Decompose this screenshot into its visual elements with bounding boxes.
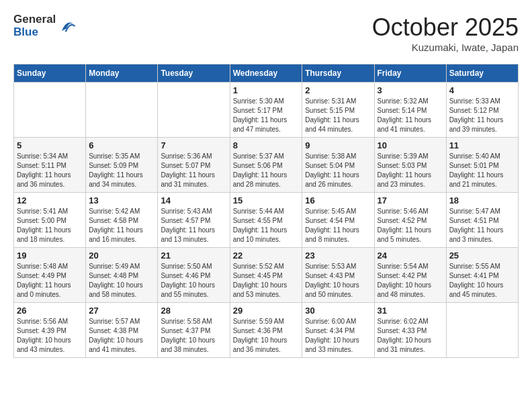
day-number: 19 [17, 250, 83, 261]
day-number: 3 [378, 85, 443, 95]
day-number: 14 [161, 195, 226, 205]
calendar-cell [158, 83, 230, 138]
day-number: 26 [17, 306, 83, 316]
calendar-cell: 11Sunrise: 5:40 AM Sunset: 5:01 PM Dayli… [446, 138, 518, 193]
day-info: Sunrise: 6:00 AM Sunset: 4:34 PM Dayligh… [305, 317, 371, 355]
day-number: 17 [378, 195, 443, 205]
day-info: Sunrise: 5:42 AM Sunset: 4:58 PM Dayligh… [89, 207, 154, 244]
day-number: 10 [378, 140, 443, 150]
day-number: 20 [89, 250, 154, 261]
day-info: Sunrise: 5:30 AM Sunset: 5:17 PM Dayligh… [233, 97, 300, 134]
day-number: 9 [305, 140, 371, 150]
calendar-cell: 17Sunrise: 5:46 AM Sunset: 4:52 PM Dayli… [374, 193, 446, 248]
title-block: October 2025 Kuzumaki, Iwate, Japan [372, 13, 519, 53]
day-number: 11 [449, 140, 515, 150]
day-info: Sunrise: 5:52 AM Sunset: 4:45 PM Dayligh… [233, 262, 300, 300]
col-header-saturday: Saturday [446, 64, 518, 83]
calendar-cell: 19Sunrise: 5:48 AM Sunset: 4:49 PM Dayli… [14, 248, 86, 303]
day-info: Sunrise: 5:36 AM Sunset: 5:07 PM Dayligh… [161, 152, 226, 189]
calendar-cell [86, 83, 158, 138]
day-number: 24 [378, 250, 443, 261]
calendar-cell: 27Sunrise: 5:57 AM Sunset: 4:38 PM Dayli… [86, 303, 158, 358]
day-info: Sunrise: 5:37 AM Sunset: 5:06 PM Dayligh… [233, 152, 300, 189]
col-header-friday: Friday [374, 64, 446, 83]
calendar-cell: 18Sunrise: 5:47 AM Sunset: 4:51 PM Dayli… [446, 193, 518, 248]
day-number: 18 [449, 195, 515, 205]
calendar-cell: 28Sunrise: 5:58 AM Sunset: 4:37 PM Dayli… [158, 303, 230, 358]
calendar-cell: 24Sunrise: 5:54 AM Sunset: 4:42 PM Dayli… [374, 248, 446, 303]
logo-general: General [13, 13, 56, 26]
day-info: Sunrise: 5:41 AM Sunset: 5:00 PM Dayligh… [17, 207, 83, 244]
logo: General Blue [13, 13, 76, 38]
location-title: Kuzumaki, Iwate, Japan [372, 42, 519, 53]
day-info: Sunrise: 5:59 AM Sunset: 4:36 PM Dayligh… [233, 317, 300, 355]
calendar-cell: 3Sunrise: 5:32 AM Sunset: 5:14 PM Daylig… [374, 83, 446, 138]
day-info: Sunrise: 5:40 AM Sunset: 5:01 PM Dayligh… [449, 152, 515, 189]
day-number: 12 [17, 195, 83, 205]
day-number: 7 [161, 140, 226, 150]
day-number: 23 [305, 250, 371, 261]
col-header-tuesday: Tuesday [158, 64, 230, 83]
calendar-cell: 29Sunrise: 5:59 AM Sunset: 4:36 PM Dayli… [230, 303, 302, 358]
day-number: 8 [233, 140, 300, 150]
calendar-week-4: 19Sunrise: 5:48 AM Sunset: 4:49 PM Dayli… [14, 248, 519, 303]
day-number: 31 [378, 306, 443, 316]
day-info: Sunrise: 5:56 AM Sunset: 4:39 PM Dayligh… [17, 317, 83, 355]
day-number: 13 [89, 195, 154, 205]
calendar-week-3: 12Sunrise: 5:41 AM Sunset: 5:00 PM Dayli… [14, 193, 519, 248]
calendar-week-1: 1Sunrise: 5:30 AM Sunset: 5:17 PM Daylig… [14, 83, 519, 138]
day-info: Sunrise: 5:35 AM Sunset: 5:09 PM Dayligh… [89, 152, 154, 189]
day-info: Sunrise: 5:33 AM Sunset: 5:12 PM Dayligh… [449, 97, 515, 134]
calendar-cell: 2Sunrise: 5:31 AM Sunset: 5:15 PM Daylig… [302, 83, 374, 138]
day-info: Sunrise: 5:54 AM Sunset: 4:42 PM Dayligh… [378, 262, 443, 300]
calendar-cell [14, 83, 86, 138]
col-header-sunday: Sunday [14, 64, 86, 83]
day-number: 22 [233, 250, 300, 261]
calendar-cell: 14Sunrise: 5:43 AM Sunset: 4:57 PM Dayli… [158, 193, 230, 248]
day-info: Sunrise: 5:34 AM Sunset: 5:11 PM Dayligh… [17, 152, 83, 189]
day-info: Sunrise: 5:49 AM Sunset: 4:48 PM Dayligh… [89, 262, 154, 300]
day-info: Sunrise: 5:39 AM Sunset: 5:03 PM Dayligh… [378, 152, 443, 189]
day-number: 16 [305, 195, 371, 205]
day-info: Sunrise: 5:53 AM Sunset: 4:43 PM Dayligh… [305, 262, 371, 300]
calendar-cell: 23Sunrise: 5:53 AM Sunset: 4:43 PM Dayli… [302, 248, 374, 303]
calendar-cell [446, 303, 518, 358]
day-info: Sunrise: 5:47 AM Sunset: 4:51 PM Dayligh… [449, 207, 515, 244]
day-info: Sunrise: 5:46 AM Sunset: 4:52 PM Dayligh… [378, 207, 443, 244]
day-info: Sunrise: 5:32 AM Sunset: 5:14 PM Dayligh… [378, 97, 443, 134]
day-number: 30 [305, 306, 371, 316]
calendar-cell: 26Sunrise: 5:56 AM Sunset: 4:39 PM Dayli… [14, 303, 86, 358]
calendar-cell: 25Sunrise: 5:55 AM Sunset: 4:41 PM Dayli… [446, 248, 518, 303]
calendar-table: SundayMondayTuesdayWednesdayThursdayFrid… [13, 64, 519, 358]
calendar-cell: 12Sunrise: 5:41 AM Sunset: 5:00 PM Dayli… [14, 193, 86, 248]
day-number: 5 [17, 140, 83, 150]
day-number: 29 [233, 306, 300, 316]
calendar-cell: 16Sunrise: 5:45 AM Sunset: 4:54 PM Dayli… [302, 193, 374, 248]
day-info: Sunrise: 5:38 AM Sunset: 5:04 PM Dayligh… [305, 152, 371, 189]
calendar-cell: 5Sunrise: 5:34 AM Sunset: 5:11 PM Daylig… [14, 138, 86, 193]
day-number: 2 [305, 85, 371, 95]
day-number: 25 [449, 250, 515, 261]
calendar-cell: 15Sunrise: 5:44 AM Sunset: 4:55 PM Dayli… [230, 193, 302, 248]
day-number: 1 [233, 85, 300, 95]
calendar-week-2: 5Sunrise: 5:34 AM Sunset: 5:11 PM Daylig… [14, 138, 519, 193]
day-info: Sunrise: 5:58 AM Sunset: 4:37 PM Dayligh… [161, 317, 226, 355]
day-number: 4 [449, 85, 515, 95]
logo-icon [57, 17, 76, 36]
calendar-cell: 13Sunrise: 5:42 AM Sunset: 4:58 PM Dayli… [86, 193, 158, 248]
day-number: 15 [233, 195, 300, 205]
calendar-week-5: 26Sunrise: 5:56 AM Sunset: 4:39 PM Dayli… [14, 303, 519, 358]
calendar-cell: 30Sunrise: 6:00 AM Sunset: 4:34 PM Dayli… [302, 303, 374, 358]
calendar-cell: 10Sunrise: 5:39 AM Sunset: 5:03 PM Dayli… [374, 138, 446, 193]
col-header-thursday: Thursday [302, 64, 374, 83]
calendar-cell: 21Sunrise: 5:50 AM Sunset: 4:46 PM Dayli… [158, 248, 230, 303]
logo-blue: Blue [13, 26, 56, 39]
calendar-cell: 22Sunrise: 5:52 AM Sunset: 4:45 PM Dayli… [230, 248, 302, 303]
calendar-cell: 20Sunrise: 5:49 AM Sunset: 4:48 PM Dayli… [86, 248, 158, 303]
day-info: Sunrise: 5:48 AM Sunset: 4:49 PM Dayligh… [17, 262, 83, 300]
day-info: Sunrise: 5:43 AM Sunset: 4:57 PM Dayligh… [161, 207, 226, 244]
calendar-cell: 7Sunrise: 5:36 AM Sunset: 5:07 PM Daylig… [158, 138, 230, 193]
day-number: 6 [89, 140, 154, 150]
calendar-cell: 1Sunrise: 5:30 AM Sunset: 5:17 PM Daylig… [230, 83, 302, 138]
day-info: Sunrise: 5:57 AM Sunset: 4:38 PM Dayligh… [89, 317, 154, 355]
